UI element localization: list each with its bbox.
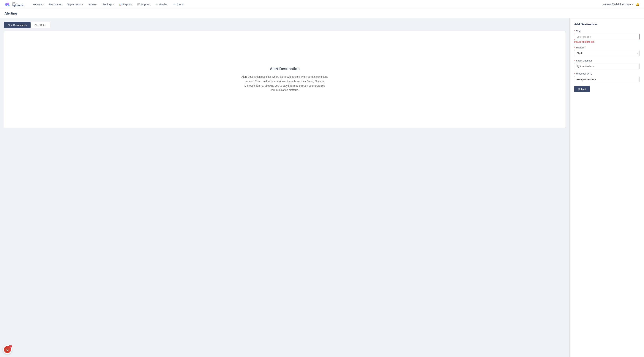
page-title: Alerting <box>4 12 640 16</box>
logo-icon <box>4 2 10 8</box>
chevron-down-icon: ▾ <box>632 3 633 6</box>
page-body: Alert Destinations Alert Rules Alert Des… <box>0 18 644 357</box>
notifications-bell-icon[interactable]: 🔔 <box>636 2 640 6</box>
side-panel-title: Add Destination <box>574 23 640 26</box>
logo-lightmesh: lightmesh <box>12 4 24 7</box>
required-marker: * <box>574 30 575 32</box>
logo[interactable]: tidal lightmesh <box>4 2 24 8</box>
nav-right: andrew@tidalcloud.com ▾ 🔔 <box>603 2 640 6</box>
content-card: Alert Destination Alert Destination spec… <box>4 31 566 128</box>
nav-organization[interactable]: Organization ▾ <box>64 2 85 7</box>
form-group-slack-channel: * Slack Channel <box>574 59 640 69</box>
form-group-webhook-url: * Webhook URL <box>574 72 640 82</box>
side-panel: Add Destination * Title Please input the… <box>570 18 644 357</box>
navbar-nav: Network ▾ Resources Organization ▾ Admin… <box>30 2 603 7</box>
main-content: Alert Destinations Alert Rules Alert Des… <box>0 18 570 357</box>
support-icon: 💬 <box>137 3 140 6</box>
logo-text: tidal lightmesh <box>12 2 24 7</box>
nav-admin[interactable]: Admin ▾ <box>86 2 100 7</box>
slack-channel-label: * Slack Channel <box>574 59 640 62</box>
tabs-container: Alert Destinations Alert Rules <box>4 22 566 28</box>
slack-channel-input[interactable] <box>574 63 640 69</box>
title-input[interactable] <box>574 34 640 40</box>
required-marker: * <box>574 46 575 49</box>
chevron-down-icon: ▾ <box>82 3 83 6</box>
nav-resources[interactable]: Resources <box>46 2 64 7</box>
chevron-down-icon: ▾ <box>96 3 97 6</box>
nav-settings[interactable]: Settings ▾ <box>100 2 116 7</box>
tab-alert-destinations[interactable]: Alert Destinations <box>4 22 30 28</box>
guides-icon: 📖 <box>156 3 158 6</box>
user-menu[interactable]: andrew@tidalcloud.com ▾ <box>603 3 633 6</box>
reports-icon: 📊 <box>119 3 122 6</box>
empty-state: Alert Destination Alert Destination spec… <box>232 59 337 100</box>
webhook-url-label: * Webhook URL <box>574 72 640 75</box>
platform-select-wrapper: Slack Email Microsoft Teams ▾ <box>574 50 640 56</box>
platform-label: * Platform <box>574 46 640 49</box>
empty-state-title: Alert Destination <box>240 67 330 71</box>
required-marker: * <box>574 72 575 75</box>
tab-alert-rules[interactable]: Alert Rules <box>30 22 50 28</box>
nav-network[interactable]: Network ▾ <box>30 2 46 7</box>
page-header: Alerting <box>0 9 644 18</box>
required-marker: * <box>574 59 575 62</box>
nav-reports[interactable]: 📊 Reports <box>117 2 134 7</box>
svg-point-1 <box>7 2 9 5</box>
chevron-down-icon: ▾ <box>113 3 114 6</box>
navbar: tidal lightmesh Network ▾ Resources Orga… <box>0 0 644 9</box>
gruntwork-notification-count: 11 <box>9 345 12 348</box>
nav-cloud[interactable]: ☁️ Cloud <box>171 2 186 7</box>
title-error-message: Please input the title <box>574 40 640 43</box>
chevron-down-icon: ▾ <box>43 3 44 6</box>
empty-state-description: Alert Destination specifies where alerts… <box>240 75 330 92</box>
nav-guides[interactable]: 📖 Guides <box>153 2 170 7</box>
webhook-url-input[interactable] <box>574 76 640 82</box>
form-group-title: * Title Please input the title <box>574 30 640 43</box>
form-group-platform: * Platform Slack Email Microsoft Teams ▾ <box>574 46 640 56</box>
platform-select[interactable]: Slack Email Microsoft Teams <box>574 50 640 56</box>
svg-point-2 <box>8 4 10 6</box>
title-label: * Title <box>574 30 640 32</box>
gruntwork-badge[interactable]: g 11 <box>3 345 12 354</box>
gruntwork-inner: g 11 <box>4 346 11 353</box>
submit-button[interactable]: Submit <box>574 86 590 92</box>
cloud-icon: ☁️ <box>173 3 176 6</box>
nav-support[interactable]: 💬 Support <box>135 2 152 7</box>
